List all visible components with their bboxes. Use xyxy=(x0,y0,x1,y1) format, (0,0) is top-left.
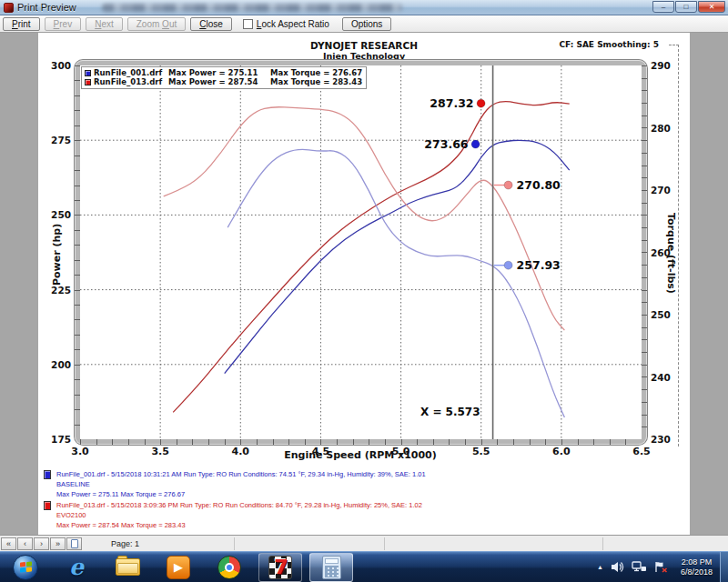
axis-tick-label: 4.0 xyxy=(232,446,250,457)
screen: Print Preview – □ ✕ PrintPrevNextZoom Ou… xyxy=(0,0,728,582)
statusbar-divider xyxy=(384,537,385,550)
system-tray: ▲ 2:08 PM 6/8/2018 xyxy=(593,552,728,582)
taskbar-item-explorer[interactable] xyxy=(102,553,153,582)
x-axis-minor-ticks xyxy=(80,439,642,445)
axis-tick-label: 275 xyxy=(51,135,71,146)
toolbar-button-options[interactable]: Options xyxy=(342,17,391,31)
print-preview-page: DYNOJET RESEARCH Injen Technology CF: SA… xyxy=(38,33,690,535)
correction-factor-note: CF: SAE Smoothing: 5 xyxy=(559,40,659,49)
axis-tick-label: 225 xyxy=(51,285,71,296)
action-center-flag-icon[interactable] xyxy=(654,561,668,573)
cursor-x-label: X = 5.573 xyxy=(420,406,480,418)
axis-tick-label: 6.5 xyxy=(632,446,651,457)
right-axis-title: Torque (ft-lbs) xyxy=(665,213,677,294)
axis-tick-label: 5.5 xyxy=(472,446,490,457)
window-title: Print Preview xyxy=(17,2,76,13)
toolbar-button-zoom-out[interactable]: Zoom Out xyxy=(127,17,186,31)
network-icon[interactable] xyxy=(632,561,647,573)
legend-file-name: RunFile_013.drf xyxy=(94,77,168,86)
legend-row: RunFile_001.drf Max Power = 275.11 Max T… xyxy=(85,68,362,77)
toolbar-button-close[interactable]: Close xyxy=(190,17,232,31)
axis-tick-label: 3.5 xyxy=(151,446,169,457)
run-info-text: RunFile_013.drf - 5/15/2018 3:09:36 PM R… xyxy=(56,500,422,530)
axis-tick-label: 270 xyxy=(651,185,671,196)
taskbar-item-calculator[interactable] xyxy=(309,553,353,582)
legend-row: RunFile_013.drf Max Power = 287.54 Max T… xyxy=(85,77,362,86)
cursor-value-label: 273.66 xyxy=(424,137,468,151)
chart-overlay: 287.32273.66270.80257.93X = 5.5733.03.54… xyxy=(80,65,642,439)
axis-tick-label: 6.0 xyxy=(552,446,571,457)
axis-tick-label: 175 xyxy=(51,434,71,445)
volume-icon[interactable] xyxy=(611,561,624,573)
close-window-button[interactable]: ✕ xyxy=(698,1,725,13)
calculator-icon xyxy=(322,556,341,579)
last-page-button[interactable]: » xyxy=(50,537,66,550)
run-name-line: BASELINE xyxy=(56,479,426,489)
legend-max-power: Max Power = 275.11 xyxy=(168,68,270,77)
clock-date: 6/8/2018 xyxy=(681,567,713,577)
page-setup-button[interactable] xyxy=(66,537,82,550)
dynojet-winpep-icon: 7 xyxy=(268,556,292,579)
toolbar-button-next[interactable]: Next xyxy=(86,17,123,31)
axis-tick-label: 290 xyxy=(651,60,671,71)
axis-tick-label: 240 xyxy=(651,372,671,383)
start-button[interactable] xyxy=(0,553,51,582)
toolbar: PrintPrevNextZoom OutClose Lock Aspect R… xyxy=(0,15,728,33)
taskbar: e ▶ 7 ▲ xyxy=(0,551,728,582)
lock-aspect-ratio-control: Lock Aspect Ratio xyxy=(243,19,329,29)
run-color-swatch xyxy=(44,470,51,479)
next-page-button[interactable]: › xyxy=(34,537,49,550)
legend-swatch-blue xyxy=(85,70,91,76)
taskbar-item-internet-explorer[interactable]: e xyxy=(51,553,102,582)
legend-file-name: RunFile_001.drf xyxy=(94,68,168,77)
taskbar-item-media-player[interactable]: ▶ xyxy=(153,553,204,582)
axis-tick-label: 300 xyxy=(51,60,71,71)
axis-tick-label: 3.0 xyxy=(71,446,89,457)
legend-swatch-red xyxy=(85,79,91,85)
blurred-title-text xyxy=(102,4,402,12)
show-desktop-button[interactable] xyxy=(720,552,728,582)
prev-page-button[interactable]: ‹ xyxy=(17,537,33,550)
clock-time: 2:08 PM xyxy=(681,557,713,567)
legend-max-power: Max Power = 287.54 xyxy=(168,77,270,86)
statusbar-divider xyxy=(602,537,603,550)
left-axis-title: Power (hp) xyxy=(51,224,63,286)
first-page-button[interactable]: « xyxy=(1,537,16,550)
plot-area[interactable]: 287.32273.66270.80257.93X = 5.5733.03.54… xyxy=(80,65,642,439)
cursor-value-label: 257.93 xyxy=(517,258,561,272)
window-titlebar: Print Preview – □ ✕ xyxy=(0,0,728,15)
taskbar-item-dynojet-winpep[interactable]: 7 xyxy=(258,553,302,582)
taskbar-item-chrome[interactable] xyxy=(204,553,255,582)
run-max-line: Max Power = 275.11 Max Torque = 276.67 xyxy=(56,489,426,499)
toolbar-buttons: PrintPrevNextZoom OutClose xyxy=(0,17,234,31)
x-axis-title: Engine Speed (RPM x1000) xyxy=(284,449,437,461)
run-info-block-evo2100: RunFile_013.drf - 5/15/2018 3:09:36 PM R… xyxy=(44,500,422,530)
run-info-block-baseline: RunFile_001.drf - 5/15/2018 10:31:21 AM … xyxy=(44,469,426,499)
page-number-label: Page: 1 xyxy=(111,539,139,548)
folder-icon xyxy=(116,558,140,576)
toolbar-button-print[interactable]: Print xyxy=(3,17,40,31)
right-axis-minor-ticks xyxy=(642,65,647,439)
internet-explorer-icon: e xyxy=(69,554,84,580)
axis-tick-label: 230 xyxy=(651,434,671,445)
app-icon xyxy=(4,3,14,13)
statusbar-divider xyxy=(234,537,235,550)
legend-max-torque: Max Torque = 276.67 xyxy=(270,68,362,77)
minimize-button[interactable]: – xyxy=(652,1,674,13)
windows-start-icon xyxy=(13,555,38,580)
lock-aspect-ratio-checkbox[interactable] xyxy=(243,19,253,29)
statusbar: « ‹ › » Page: 1 xyxy=(0,535,728,551)
media-player-icon: ▶ xyxy=(167,556,190,579)
run-info-text: RunFile_001.drf - 5/15/2018 10:31:21 AM … xyxy=(56,469,426,499)
taskbar-clock[interactable]: 2:08 PM 6/8/2018 xyxy=(681,557,713,577)
window-controls: – □ ✕ xyxy=(652,1,725,13)
run-header-line: RunFile_001.drf - 5/15/2018 10:31:21 AM … xyxy=(56,469,426,479)
axis-tick-label: 280 xyxy=(651,123,671,134)
tray-expand-icon[interactable]: ▲ xyxy=(597,564,603,570)
run-header-line: RunFile_013.drf - 5/15/2018 3:09:36 PM R… xyxy=(56,500,422,510)
toolbar-button-prev[interactable]: Prev xyxy=(45,17,82,31)
page-icon xyxy=(71,539,78,548)
plot-frame: 287.32273.66270.80257.93X = 5.5733.03.54… xyxy=(75,60,647,445)
restore-button[interactable]: □ xyxy=(675,1,697,13)
run-color-swatch xyxy=(44,501,51,510)
